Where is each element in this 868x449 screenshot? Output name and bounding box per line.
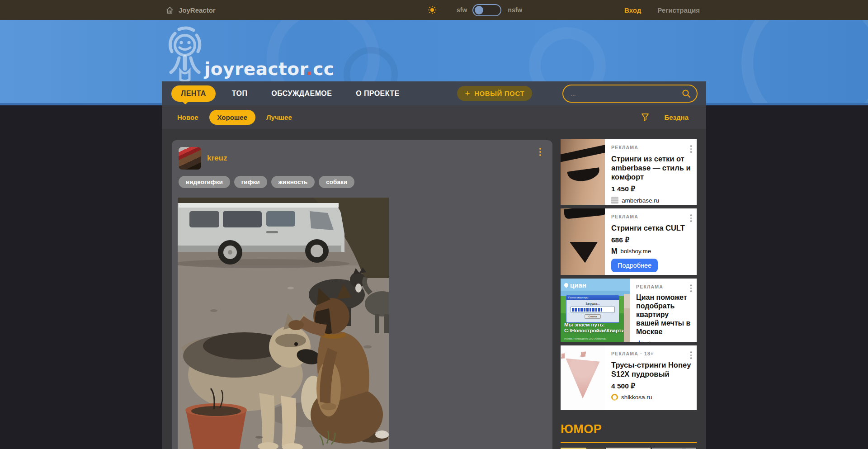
- ad-card[interactable]: циан Поиск квартиры Загрузка... Отмена М…: [561, 279, 697, 342]
- logo-tld: cc: [313, 59, 334, 79]
- header-pattern: [741, 20, 868, 105]
- nav-tab-top[interactable]: ТОП: [232, 90, 248, 98]
- new-post-label: НОВЫЙ ПОСТ: [474, 90, 524, 97]
- logo-name: joyreactor: [204, 59, 306, 79]
- post-kebab-menu-icon[interactable]: [538, 147, 542, 157]
- dialog-cancel-button: Отмена: [585, 314, 601, 319]
- nav-tab-about[interactable]: О ПРОЕКТЕ: [356, 90, 399, 98]
- post-card: kreuz видеогифки гифки живность собаки: [172, 140, 552, 449]
- new-post-button[interactable]: + НОВЫЙ ПОСТ: [457, 86, 532, 101]
- feed-filter-bar: Новое Хорошее Лучшее Бездна: [162, 105, 706, 129]
- ad-price: 4 500 ₽: [611, 382, 691, 390]
- register-link[interactable]: Регистрация: [657, 6, 700, 14]
- nav-tab-lenta[interactable]: ЛЕНТА: [171, 85, 216, 102]
- search-box: [562, 85, 698, 103]
- ad-kebab-menu-icon[interactable]: [689, 144, 693, 154]
- ad-caption: С:\Новостройки\Квартира: [564, 328, 623, 334]
- dialog-loading-text: Загрузка...: [566, 302, 619, 305]
- ad-kebab-menu-icon[interactable]: [689, 350, 693, 360]
- login-link[interactable]: Вход: [624, 6, 641, 14]
- ad-title: Стринги сетка CULT: [611, 223, 691, 232]
- ad-fineprint: Реклама. Рекламодатель ООО «Айриэлтор»: [564, 338, 623, 340]
- ad-badge: РЕКЛАМА: [636, 284, 691, 289]
- sidebar-ads: РЕКЛАМА Стринги из сетки от amberbase — …: [561, 139, 697, 449]
- cian-logo-text: циан: [570, 281, 586, 289]
- tag[interactable]: собаки: [319, 176, 354, 188]
- ad-domain: amberbase.ru: [622, 197, 659, 204]
- sfw-nsfw-toggle[interactable]: [472, 4, 501, 16]
- ad-badge: РЕКЛАМА: [611, 145, 691, 150]
- ad-card[interactable]: РЕКЛАМА Стринги из сетки от amberbase — …: [561, 139, 697, 205]
- abyss-link[interactable]: Бездна: [664, 113, 689, 121]
- ad-price: 686 ₽: [611, 236, 691, 244]
- tag-list: видеогифки гифки живность собаки: [172, 170, 552, 188]
- filter-best[interactable]: Лучшее: [266, 113, 292, 121]
- ad-domain: shikkosa.ru: [621, 394, 652, 401]
- ad-domain: cian.ru: [646, 340, 665, 342]
- humor-section: ЮМОР МЫСЛИ: [561, 422, 697, 449]
- ad-title: Трусы-стринги Honey S12X пудровый: [611, 360, 691, 378]
- ad-favicon: [636, 340, 643, 342]
- ad-image: циан Поиск квартиры Загрузка... Отмена М…: [561, 279, 630, 342]
- ad-favicon: M: [611, 248, 617, 255]
- tag[interactable]: живность: [271, 176, 315, 188]
- ad-domain: bolshoy.me: [620, 248, 651, 255]
- dogs-gif-placeholder: [178, 198, 389, 449]
- plus-icon: +: [465, 90, 470, 97]
- ad-card[interactable]: РЕКЛАМА · 18+ Трусы-стринги Honey S12X п…: [561, 345, 697, 410]
- post-author[interactable]: kreuz: [207, 154, 227, 163]
- humor-title: ЮМОР: [561, 422, 697, 436]
- ad-badge: РЕКЛАМА: [611, 214, 691, 219]
- nsfw-label: nsfw: [508, 6, 522, 14]
- logo-text: joyreactor.cc: [204, 59, 334, 79]
- avatar[interactable]: [179, 147, 201, 170]
- ad-favicon: [611, 394, 618, 401]
- progress-bar: [571, 307, 615, 312]
- ad-title: Циан поможет подобрать квартиру вашей ме…: [636, 293, 691, 336]
- nav-tab-discussed[interactable]: ОБСУЖДАЕМОЕ: [271, 90, 332, 98]
- ad-kebab-menu-icon[interactable]: [689, 283, 693, 293]
- filter-new[interactable]: Новое: [177, 113, 198, 121]
- ad-card[interactable]: РЕКЛАМА Стринги сетка CULT 686 ₽ Mbolsho…: [561, 208, 697, 275]
- dialog-title: Поиск квартиры: [566, 295, 619, 300]
- tag[interactable]: видеогифки: [179, 176, 230, 188]
- funnel-icon[interactable]: [641, 113, 650, 122]
- ad-price: 1 450 ₽: [611, 185, 691, 193]
- home-link[interactable]: JoyReactor: [165, 6, 216, 14]
- toggle-knob: [475, 6, 483, 14]
- ad-kebab-menu-icon[interactable]: [689, 213, 693, 223]
- main-nav: ЛЕНТА ТОП ОБСУЖДАЕМОЕ О ПРОЕКТЕ + НОВЫЙ …: [162, 81, 706, 105]
- tag[interactable]: гифки: [234, 176, 267, 188]
- top-bar: JoyReactor sfw nsfw Вход Регистрация: [0, 0, 868, 20]
- logo-dot: .: [306, 59, 313, 79]
- ad-image: [561, 345, 605, 410]
- ad-title: Стринги из сетки от amberbase — стиль и …: [611, 154, 691, 181]
- search-input[interactable]: [571, 90, 681, 97]
- ad-caption: Мы знаем путь:: [564, 322, 623, 328]
- biohazard-smiley-icon: [165, 25, 204, 82]
- ad-favicon: [611, 197, 618, 204]
- ad-more-button[interactable]: Подробнее: [611, 259, 658, 272]
- brand-name: JoyReactor: [179, 6, 216, 14]
- humor-divider: [561, 442, 697, 443]
- sfw-label: sfw: [457, 6, 467, 14]
- ad-image: [561, 208, 605, 275]
- search-icon[interactable]: [681, 89, 691, 99]
- post-image[interactable]: [178, 198, 389, 449]
- pin-icon: [563, 282, 569, 288]
- home-icon: [165, 6, 174, 14]
- ad-image: [561, 139, 605, 205]
- content-area: kreuz видеогифки гифки живность собаки: [162, 129, 706, 449]
- retro-dialog: Поиск квартиры Загрузка... Отмена: [566, 295, 619, 323]
- filter-good[interactable]: Хорошее: [209, 110, 255, 125]
- sun-icon: [428, 5, 437, 14]
- ad-badge: РЕКЛАМА · 18+: [611, 351, 691, 356]
